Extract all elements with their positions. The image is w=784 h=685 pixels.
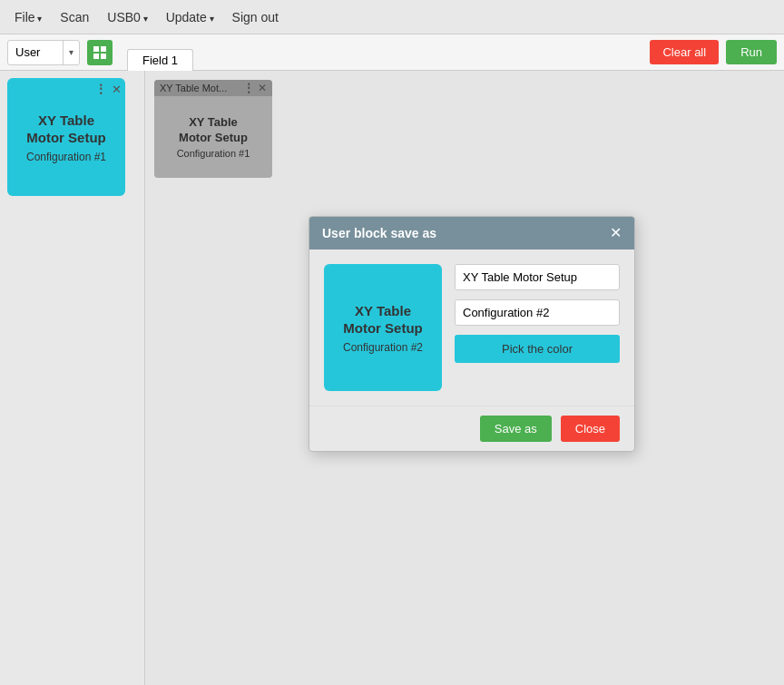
block-close-icon[interactable]: ✕ <box>112 83 122 96</box>
menu-file[interactable]: File <box>7 6 49 28</box>
toolbar: User ▾ Field 1 Clear all Run <box>0 34 784 71</box>
main-content: ⋮ ✕ XY TableMotor Setup Configuration #1… <box>0 71 784 685</box>
user-dropdown[interactable]: User ▾ <box>7 40 80 65</box>
modal-user-block-save-as: User block save as ✕ XY TableMotor Setup… <box>309 216 635 452</box>
pick-color-button[interactable]: Pick the color <box>455 335 620 363</box>
modal-overlay: User block save as ✕ XY TableMotor Setup… <box>145 71 784 685</box>
sidebar: ⋮ ✕ XY TableMotor Setup Configuration #1 <box>0 71 145 685</box>
menu-update[interactable]: Update <box>159 6 221 28</box>
block-card-subtitle: Configuration #1 <box>26 151 106 163</box>
sidebar-block-card[interactable]: ⋮ ✕ XY TableMotor Setup Configuration #1 <box>7 78 125 196</box>
clear-all-button[interactable]: Clear all <box>650 40 719 64</box>
svg-rect-3 <box>101 54 106 59</box>
tab-bar: Field 1 <box>120 34 642 70</box>
tab-field1[interactable]: Field 1 <box>127 49 193 71</box>
modal-close-button[interactable]: ✕ <box>610 226 622 240</box>
modal-title: User block save as <box>322 226 436 240</box>
toolbar-right: Clear all Run <box>650 40 777 64</box>
modal-body: XY TableMotor Setup Configuration #2 Pic… <box>309 250 634 406</box>
main-area: XY Table Mot... ⋮ ✕ XY TableMotor Setup … <box>145 71 784 685</box>
grid-icon-button[interactable] <box>87 40 113 65</box>
preview-card-subtitle: Configuration #2 <box>343 341 423 354</box>
svg-rect-2 <box>93 54 99 59</box>
dropdown-arrow-icon[interactable]: ▾ <box>63 41 79 64</box>
svg-rect-1 <box>101 46 106 52</box>
user-dropdown-label: User <box>8 45 63 59</box>
preview-card-title: XY TableMotor Setup <box>343 302 423 338</box>
save-as-button[interactable]: Save as <box>480 416 552 442</box>
block-name-input[interactable] <box>455 264 620 290</box>
config-name-input[interactable] <box>455 299 620 326</box>
menu-sign-out[interactable]: Sign out <box>225 6 286 28</box>
menu-usb0[interactable]: USB0 <box>100 6 154 28</box>
modal-form: Pick the color <box>455 264 620 391</box>
modal-header: User block save as ✕ <box>309 217 634 250</box>
close-button[interactable]: Close <box>561 416 620 442</box>
menu-scan[interactable]: Scan <box>53 6 96 28</box>
run-button[interactable]: Run <box>726 40 777 64</box>
block-card-title: XY TableMotor Setup <box>26 112 106 147</box>
modal-preview-card: XY TableMotor Setup Configuration #2 <box>324 264 442 391</box>
svg-rect-0 <box>93 46 99 52</box>
grid-icon <box>93 45 107 60</box>
block-card-controls: ⋮ ✕ <box>94 82 122 96</box>
menu-bar: File Scan USB0 Update Sign out <box>0 0 784 34</box>
block-dot-menu-icon[interactable]: ⋮ <box>94 82 108 96</box>
modal-footer: Save as Close <box>309 406 634 451</box>
